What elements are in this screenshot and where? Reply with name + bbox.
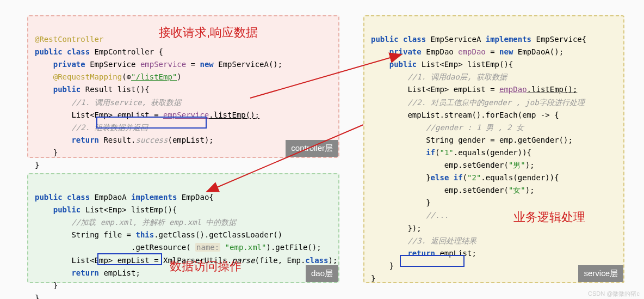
- controller-label: 接收请求,响应数据: [159, 25, 258, 41]
- controller-return-box: [96, 117, 207, 129]
- service-return-box: [400, 255, 465, 267]
- dao-return-box: [97, 253, 162, 265]
- controller-badge: controller层: [286, 140, 338, 157]
- service-label: 业务逻辑处理: [513, 209, 585, 225]
- dao-badge: dao层: [306, 265, 338, 282]
- service-badge: service层: [578, 265, 623, 282]
- watermark: CSDN @微微的猪c: [588, 290, 640, 298]
- dao-label: 数据访问操作: [170, 258, 242, 274]
- service-panel: public class EmpServiceA implements EmpS…: [363, 15, 624, 283]
